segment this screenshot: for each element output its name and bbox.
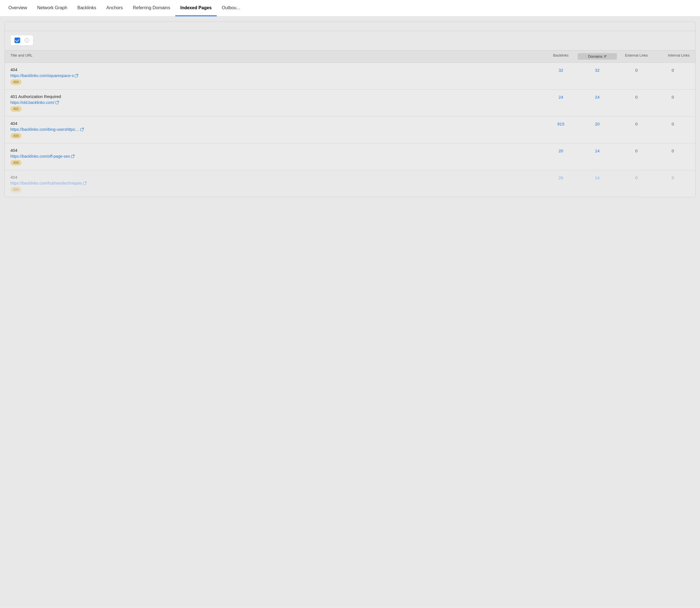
nav-item-referring-domains[interactable]: Referring Domains: [128, 0, 175, 16]
cell-title-url: 404 https://backlinko.com/bing-usershttp…: [11, 121, 544, 139]
cell-external-links: 0: [617, 67, 656, 73]
col-domains[interactable]: Domains: [578, 53, 617, 60]
cell-domains[interactable]: 20: [578, 121, 617, 126]
panel-header: [5, 22, 695, 31]
cell-backlinks[interactable]: 20: [544, 148, 578, 153]
cell-internal-links: 0: [656, 175, 689, 180]
status-badge: 404: [11, 187, 22, 192]
top-navigation: OverviewNetwork GraphBacklinksAnchorsRef…: [0, 0, 700, 17]
nav-item-outbound[interactable]: Outbou...: [217, 0, 245, 16]
external-link-icon: [55, 101, 59, 104]
cell-backlinks[interactable]: 915: [544, 121, 578, 126]
nav-item-network-graph[interactable]: Network Graph: [32, 0, 73, 16]
row-title: 404: [11, 67, 544, 72]
anchors-panel: i Title and URL Backlinks Domains Extern…: [4, 22, 696, 197]
nav-item-anchors[interactable]: Anchors: [101, 0, 128, 16]
filter-row: i: [5, 31, 695, 51]
external-link-icon: [71, 155, 75, 158]
nav-item-indexed-pages[interactable]: Indexed Pages: [175, 0, 217, 16]
table-row: 404 https://backlinko.com/bing-usershttp…: [5, 116, 695, 144]
cell-external-links: 0: [617, 175, 656, 180]
table-row: 404 https://backlinko.com/hub/seo/techni…: [5, 170, 695, 197]
main-content: i Title and URL Backlinks Domains Extern…: [0, 17, 700, 608]
table-row: 401 Authorization Required https://old.b…: [5, 90, 695, 116]
col-external-links: External Links: [617, 53, 656, 60]
row-title: 401 Authorization Required: [11, 94, 544, 99]
cell-internal-links: 0: [656, 67, 689, 73]
cell-external-links: 0: [617, 121, 656, 126]
cell-internal-links: 0: [656, 121, 689, 126]
table-body: 404 https://backlinko.com/squarespace-s …: [5, 63, 695, 197]
cell-backlinks[interactable]: 32: [544, 67, 578, 73]
cell-title-url: 401 Authorization Required https://old.b…: [11, 94, 544, 112]
cell-external-links: 0: [617, 148, 656, 153]
status-badge: 404: [11, 133, 22, 139]
external-link-icon: [80, 128, 84, 131]
cell-domains[interactable]: 14: [578, 148, 617, 153]
table-row: 404 https://backlinko.com/squarespace-s …: [5, 63, 695, 90]
sort-icon: [604, 55, 606, 57]
col-title-url: Title and URL: [11, 53, 544, 60]
cell-backlinks[interactable]: 24: [544, 94, 578, 99]
cell-domains[interactable]: 24: [578, 94, 617, 99]
status-badge: 404: [11, 160, 22, 166]
checkbox-checked-icon: [15, 38, 20, 43]
status-badge: 401: [11, 106, 22, 112]
cell-title-url: 404 https://backlinko.com/hub/seo/techni…: [11, 175, 544, 192]
broken-pages-filter[interactable]: i: [11, 35, 33, 46]
cell-domains[interactable]: 32: [578, 67, 617, 73]
external-link-icon: [83, 182, 86, 185]
nav-item-backlinks[interactable]: Backlinks: [72, 0, 101, 16]
cell-backlinks[interactable]: 26: [544, 175, 578, 180]
row-url[interactable]: https://backlinko.com/off-page-seo: [11, 154, 544, 158]
col-internal-links: Internal Links: [656, 53, 689, 60]
nav-item-overview[interactable]: Overview: [3, 0, 32, 16]
row-url[interactable]: https://old.backlinko.com/: [11, 100, 544, 105]
cell-domains[interactable]: 14: [578, 175, 617, 180]
info-icon[interactable]: i: [25, 38, 29, 42]
cell-external-links: 0: [617, 94, 656, 99]
row-url[interactable]: https://backlinko.com/bing-usershttps:..…: [11, 127, 544, 132]
row-url[interactable]: https://backlinko.com/squarespace-s: [11, 73, 544, 78]
external-link-icon: [75, 74, 78, 77]
cell-title-url: 404 https://backlinko.com/squarespace-s …: [11, 67, 544, 85]
cell-internal-links: 0: [656, 148, 689, 153]
col-backlinks: Backlinks: [544, 53, 578, 60]
cell-internal-links: 0: [656, 94, 689, 99]
row-title: 404: [11, 175, 544, 179]
row-title: 404: [11, 148, 544, 153]
row-title: 404: [11, 121, 544, 126]
table-row: 404 https://backlinko.com/off-page-seo 4…: [5, 144, 695, 170]
table-header: Title and URL Backlinks Domains External…: [5, 51, 695, 63]
cell-title-url: 404 https://backlinko.com/off-page-seo 4…: [11, 148, 544, 166]
row-url[interactable]: https://backlinko.com/hub/seo/techniques: [11, 181, 544, 185]
status-badge: 404: [11, 79, 22, 85]
